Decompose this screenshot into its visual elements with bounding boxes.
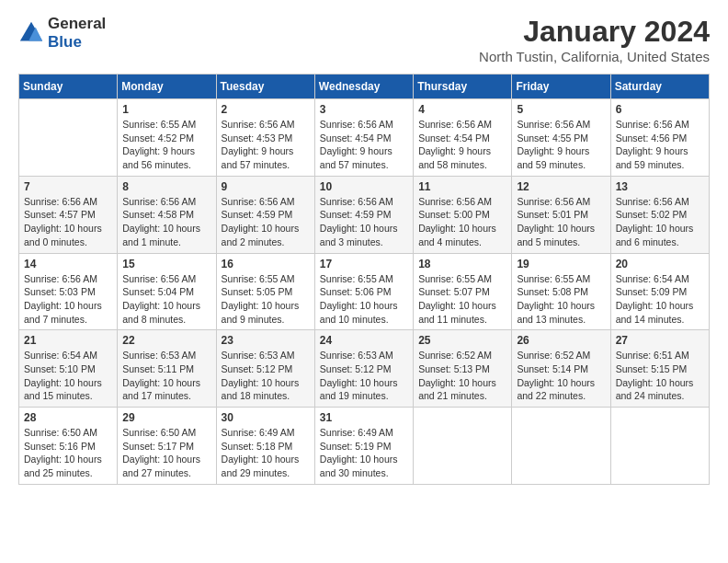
calendar-day-header: Thursday (414, 75, 512, 99)
calendar-week-row: 21Sunrise: 6:54 AM Sunset: 5:10 PM Dayli… (19, 330, 710, 408)
calendar-cell: 19Sunrise: 6:55 AM Sunset: 5:08 PM Dayli… (512, 253, 610, 330)
day-info: Sunrise: 6:56 AM Sunset: 4:56 PM Dayligh… (616, 118, 704, 172)
calendar-cell: 22Sunrise: 6:53 AM Sunset: 5:11 PM Dayli… (118, 330, 216, 408)
day-number: 23 (222, 334, 310, 347)
day-info: Sunrise: 6:49 AM Sunset: 5:19 PM Dayligh… (320, 426, 408, 480)
day-number: 8 (122, 180, 210, 193)
day-info: Sunrise: 6:53 AM Sunset: 5:12 PM Dayligh… (222, 349, 310, 403)
day-info: Sunrise: 6:56 AM Sunset: 4:58 PM Dayligh… (122, 195, 210, 249)
calendar-cell: 26Sunrise: 6:52 AM Sunset: 5:14 PM Dayli… (512, 330, 610, 408)
calendar-cell: 11Sunrise: 6:56 AM Sunset: 5:00 PM Dayli… (414, 176, 512, 253)
calendar-cell: 6Sunrise: 6:56 AM Sunset: 4:56 PM Daylig… (610, 99, 709, 177)
calendar-cell: 5Sunrise: 6:56 AM Sunset: 4:55 PM Daylig… (512, 99, 610, 177)
calendar-cell: 3Sunrise: 6:56 AM Sunset: 4:54 PM Daylig… (314, 99, 413, 177)
day-info: Sunrise: 6:56 AM Sunset: 4:54 PM Dayligh… (320, 118, 408, 172)
calendar-cell: 31Sunrise: 6:49 AM Sunset: 5:19 PM Dayli… (314, 408, 413, 485)
day-info: Sunrise: 6:56 AM Sunset: 5:00 PM Dayligh… (418, 195, 506, 249)
day-number: 5 (517, 103, 605, 116)
calendar-cell: 1Sunrise: 6:55 AM Sunset: 4:52 PM Daylig… (118, 99, 216, 177)
day-number: 28 (24, 411, 112, 424)
calendar-cell: 15Sunrise: 6:56 AM Sunset: 5:04 PM Dayli… (118, 253, 216, 330)
day-info: Sunrise: 6:55 AM Sunset: 5:07 PM Dayligh… (418, 272, 506, 327)
calendar-cell: 14Sunrise: 6:56 AM Sunset: 5:03 PM Dayli… (19, 253, 118, 330)
day-number: 4 (418, 103, 506, 116)
day-info: Sunrise: 6:54 AM Sunset: 5:10 PM Dayligh… (24, 349, 112, 403)
calendar-week-row: 14Sunrise: 6:56 AM Sunset: 5:03 PM Dayli… (19, 253, 710, 330)
day-info: Sunrise: 6:56 AM Sunset: 5:03 PM Dayligh… (24, 272, 112, 327)
calendar-cell: 18Sunrise: 6:55 AM Sunset: 5:07 PM Dayli… (414, 253, 512, 330)
calendar-cell: 13Sunrise: 6:56 AM Sunset: 5:02 PM Dayli… (610, 176, 709, 253)
calendar-cell: 16Sunrise: 6:55 AM Sunset: 5:05 PM Dayli… (216, 253, 314, 330)
calendar-cell (610, 408, 709, 485)
day-info: Sunrise: 6:56 AM Sunset: 4:55 PM Dayligh… (517, 118, 605, 172)
day-number: 7 (24, 180, 112, 193)
day-number: 14 (24, 258, 112, 270)
calendar-cell: 23Sunrise: 6:53 AM Sunset: 5:12 PM Dayli… (216, 330, 314, 408)
day-number: 29 (122, 411, 210, 424)
day-info: Sunrise: 6:54 AM Sunset: 5:09 PM Dayligh… (616, 272, 704, 327)
calendar-day-header: Monday (118, 75, 216, 99)
calendar-cell: 27Sunrise: 6:51 AM Sunset: 5:15 PM Dayli… (610, 330, 709, 408)
calendar-week-row: 1Sunrise: 6:55 AM Sunset: 4:52 PM Daylig… (19, 99, 710, 177)
day-number: 11 (418, 180, 506, 193)
day-number: 6 (616, 103, 704, 116)
calendar-cell: 29Sunrise: 6:50 AM Sunset: 5:17 PM Dayli… (118, 408, 216, 485)
day-number: 19 (517, 258, 605, 270)
day-info: Sunrise: 6:56 AM Sunset: 4:57 PM Dayligh… (24, 195, 112, 249)
calendar-cell: 4Sunrise: 6:56 AM Sunset: 4:54 PM Daylig… (414, 99, 512, 177)
day-number: 1 (122, 103, 210, 116)
day-number: 20 (616, 258, 704, 270)
day-number: 9 (222, 180, 310, 193)
day-number: 18 (418, 258, 506, 270)
day-number: 2 (222, 103, 310, 116)
subtitle: North Tustin, California, United States (479, 49, 710, 64)
calendar-cell: 10Sunrise: 6:56 AM Sunset: 4:59 PM Dayli… (314, 176, 413, 253)
calendar-cell: 17Sunrise: 6:55 AM Sunset: 5:06 PM Dayli… (314, 253, 413, 330)
day-number: 25 (418, 334, 506, 347)
calendar-day-header: Wednesday (314, 75, 413, 99)
day-number: 30 (222, 411, 310, 424)
calendar-cell: 28Sunrise: 6:50 AM Sunset: 5:16 PM Dayli… (19, 408, 118, 485)
calendar-cell: 24Sunrise: 6:53 AM Sunset: 5:12 PM Dayli… (314, 330, 413, 408)
day-info: Sunrise: 6:50 AM Sunset: 5:16 PM Dayligh… (24, 426, 112, 480)
calendar-cell: 21Sunrise: 6:54 AM Sunset: 5:10 PM Dayli… (19, 330, 118, 408)
day-number: 27 (616, 334, 704, 347)
calendar-cell: 25Sunrise: 6:52 AM Sunset: 5:13 PM Dayli… (414, 330, 512, 408)
day-info: Sunrise: 6:56 AM Sunset: 5:04 PM Dayligh… (122, 272, 210, 327)
page-header: General Blue January 2024 North Tustin, … (18, 15, 710, 64)
day-info: Sunrise: 6:55 AM Sunset: 5:08 PM Dayligh… (517, 272, 605, 327)
calendar-day-header: Tuesday (216, 75, 314, 99)
day-info: Sunrise: 6:56 AM Sunset: 4:54 PM Dayligh… (418, 118, 506, 172)
calendar-cell: 20Sunrise: 6:54 AM Sunset: 5:09 PM Dayli… (610, 253, 709, 330)
calendar-week-row: 7Sunrise: 6:56 AM Sunset: 4:57 PM Daylig… (19, 176, 710, 253)
day-number: 3 (320, 103, 408, 116)
day-info: Sunrise: 6:52 AM Sunset: 5:14 PM Dayligh… (517, 349, 605, 403)
day-number: 10 (320, 180, 408, 193)
day-info: Sunrise: 6:56 AM Sunset: 4:59 PM Dayligh… (320, 195, 408, 249)
day-info: Sunrise: 6:50 AM Sunset: 5:17 PM Dayligh… (122, 426, 210, 480)
day-info: Sunrise: 6:56 AM Sunset: 4:59 PM Dayligh… (222, 195, 310, 249)
day-number: 24 (320, 334, 408, 347)
day-number: 17 (320, 258, 408, 270)
day-info: Sunrise: 6:49 AM Sunset: 5:18 PM Dayligh… (222, 426, 310, 480)
day-number: 16 (222, 258, 310, 270)
calendar-cell: 9Sunrise: 6:56 AM Sunset: 4:59 PM Daylig… (216, 176, 314, 253)
day-number: 12 (517, 180, 605, 193)
day-number: 31 (320, 411, 408, 424)
logo: General Blue (18, 15, 106, 52)
title-area: January 2024 North Tustin, California, U… (479, 15, 710, 64)
calendar-day-header: Friday (512, 75, 610, 99)
calendar-cell: 12Sunrise: 6:56 AM Sunset: 5:01 PM Dayli… (512, 176, 610, 253)
day-info: Sunrise: 6:56 AM Sunset: 5:02 PM Dayligh… (616, 195, 704, 249)
calendar-cell (19, 99, 118, 177)
logo-icon (18, 20, 44, 46)
day-info: Sunrise: 6:55 AM Sunset: 5:06 PM Dayligh… (320, 272, 408, 327)
logo-general: General (48, 15, 106, 32)
day-number: 15 (122, 258, 210, 270)
main-title: January 2024 (479, 15, 710, 49)
calendar-cell: 30Sunrise: 6:49 AM Sunset: 5:18 PM Dayli… (216, 408, 314, 485)
day-info: Sunrise: 6:55 AM Sunset: 5:05 PM Dayligh… (222, 272, 310, 327)
day-info: Sunrise: 6:53 AM Sunset: 5:11 PM Dayligh… (122, 349, 210, 403)
calendar-cell (512, 408, 610, 485)
day-info: Sunrise: 6:56 AM Sunset: 4:53 PM Dayligh… (222, 118, 310, 172)
